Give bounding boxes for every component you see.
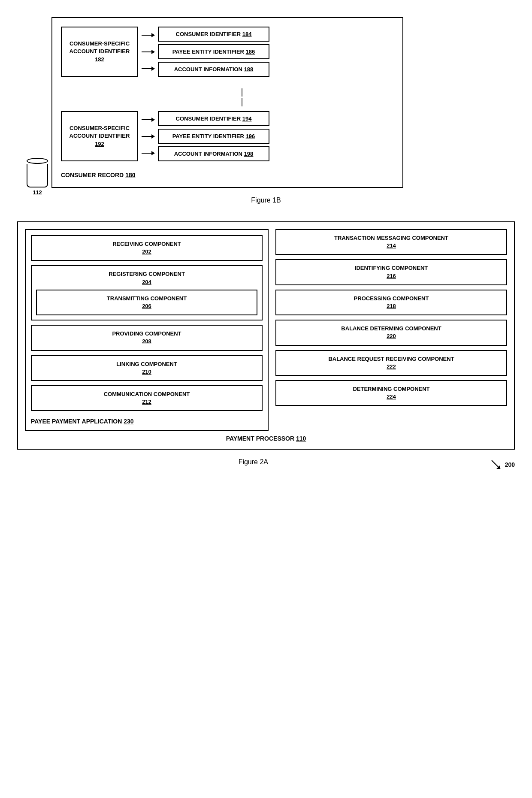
processing-component-218: PROCESSING COMPONENT 218	[275, 290, 507, 315]
providing-component-208: PROVIDING COMPONENT 208	[31, 325, 263, 351]
account-information-188-label: ACCOUNT INFORMATION 188	[174, 66, 254, 73]
consumer-identifier-184-label: CONSUMER IDENTIFIER 184	[176, 31, 252, 37]
balance-request-receiving-222: BALANCE REQUEST RECEIVING COMPONENT 222	[275, 350, 507, 376]
consumer-identifier-194-label: CONSUMER IDENTIFIER 194	[176, 115, 252, 122]
pp-left-column: RECEIVING COMPONENT 202 REGISTERING COMP…	[25, 229, 269, 431]
balance-determing-num: 220	[280, 332, 503, 340]
processing-component-num: 218	[280, 302, 503, 310]
linking-component-label: LINKING COMPONENT	[35, 360, 258, 368]
consumer-identifier-194-num: 194	[242, 115, 252, 122]
db-body	[27, 164, 48, 187]
transmitting-num: 206	[40, 302, 253, 310]
consumer-record-box: CONSUMER-SPECIFIC ACCOUNT IDENTIFIER 182…	[51, 17, 403, 188]
arrow-group-2	[138, 111, 158, 161]
cr-row-1: CONSUMER-SPECIFIC ACCOUNT IDENTIFIER 182…	[61, 27, 394, 77]
identifying-component-label: IDENTIFYING COMPONENT	[280, 264, 503, 272]
account-id-num-2: 192	[95, 140, 104, 148]
determining-component-224: DETERMINING COMPONENT 224	[275, 380, 507, 406]
cr-row-2: CONSUMER-SPECIFIC ACCOUNT IDENTIFIER 192…	[61, 111, 394, 161]
account-id-box-1: CONSUMER-SPECIFIC ACCOUNT IDENTIFIER 182	[61, 27, 138, 77]
pp-inner: RECEIVING COMPONENT 202 REGISTERING COMP…	[25, 229, 507, 431]
payee-payment-application-label: PAYEE PAYMENT APPLICATION 230	[31, 418, 263, 425]
consumer-identifier-184-num: 184	[242, 31, 252, 37]
figure-1b: CONSUMER-SPECIFIC ACCOUNT IDENTIFIER 182…	[17, 17, 515, 204]
sub-items-2: CONSUMER IDENTIFIER 194 PAYEE ENTITY IDE…	[158, 111, 269, 161]
account-id-label-2: CONSUMER-SPECIFIC ACCOUNT IDENTIFIER	[68, 124, 131, 140]
payee-entity-identifier-196-num: 196	[246, 133, 255, 139]
communication-component-num: 212	[35, 398, 258, 406]
account-id-label-1: CONSUMER-SPECIFIC ACCOUNT IDENTIFIER	[68, 40, 131, 55]
figure-2a: RECEIVING COMPONENT 202 REGISTERING COMP…	[17, 221, 515, 471]
payee-entity-identifier-196: PAYEE ENTITY IDENTIFIER 196	[158, 129, 269, 144]
balance-determing-component-220: BALANCE DETERMING COMPONENT 220	[275, 320, 507, 345]
determining-component-label: DETERMINING COMPONENT	[280, 385, 503, 393]
dashed-divider: ||	[91, 87, 394, 107]
consumer-record-text: CONSUMER RECORD	[61, 172, 124, 178]
account-information-198-num: 198	[244, 151, 254, 157]
identifying-component-num: 216	[280, 272, 503, 280]
consumer-record-label: CONSUMER RECORD 180	[61, 172, 394, 178]
arrow-line-1a	[142, 35, 154, 36]
figure-2a-caption-row: Figure 2A 200	[17, 458, 515, 471]
payee-entity-identifier-196-label: PAYEE ENTITY IDENTIFIER 196	[172, 133, 255, 139]
consumer-record-num: 180	[125, 172, 135, 178]
payee-entity-identifier-186: PAYEE ENTITY IDENTIFIER 186	[158, 44, 269, 59]
receiving-component-202: RECEIVING COMPONENT 202	[31, 235, 263, 261]
sub-items-1: CONSUMER IDENTIFIER 184 PAYEE ENTITY IDE…	[158, 27, 269, 77]
account-information-198: ACCOUNT INFORMATION 198	[158, 146, 269, 161]
transaction-messaging-label: TRANSACTION MESSAGING COMPONENT	[280, 234, 503, 242]
arrow-line-1c	[142, 68, 154, 69]
payment-processor-label: PAYMENT PROCESSOR 110	[25, 435, 507, 442]
processing-component-label: PROCESSING COMPONENT	[280, 295, 503, 302]
diagonal-arrow-icon	[490, 458, 502, 471]
providing-component-num: 208	[35, 338, 258, 345]
providing-component-label: PROVIDING COMPONENT	[35, 330, 258, 338]
transmitting-component-206: TRANSMITTING COMPONENT 206	[36, 290, 257, 315]
transaction-messaging-num: 214	[280, 242, 503, 250]
account-information-188: ACCOUNT INFORMATION 188	[158, 62, 269, 77]
identifying-component-216: IDENTIFYING COMPONENT 216	[275, 259, 507, 285]
payee-entity-identifier-186-num: 186	[246, 48, 255, 55]
pp-right-column: TRANSACTION MESSAGING COMPONENT 214 IDEN…	[275, 229, 507, 431]
account-id-num-1: 182	[95, 56, 104, 63]
consumer-identifier-184: CONSUMER IDENTIFIER 184	[158, 27, 269, 42]
arrow-group-1	[138, 27, 158, 77]
figure-1b-caption: Figure 1B	[17, 196, 515, 204]
figure-2a-num: 200	[490, 458, 515, 471]
communication-component-label: COMMUNICATION COMPONENT	[35, 390, 258, 398]
communication-component-212: COMMUNICATION COMPONENT 212	[31, 385, 263, 411]
payment-processor-num: 110	[296, 435, 306, 442]
registering-component-label-text: REGISTERING COMPONENT204	[36, 270, 257, 286]
receiving-component-label: RECEIVING COMPONENT	[35, 240, 258, 248]
arrow-line-1b	[142, 51, 154, 52]
db-top	[27, 158, 48, 164]
transmitting-label: TRANSMITTING COMPONENT	[40, 295, 253, 302]
receiving-component-num: 202	[35, 248, 258, 256]
transaction-messaging-component-214: TRANSACTION MESSAGING COMPONENT 214	[275, 229, 507, 255]
account-id-box-2: CONSUMER-SPECIFIC ACCOUNT IDENTIFIER 192	[61, 111, 138, 161]
payee-payment-num: 230	[124, 418, 133, 425]
determining-component-num: 224	[280, 393, 503, 401]
db-label: 112	[33, 189, 42, 196]
figure-2a-caption-text: Figure 2A	[17, 458, 490, 466]
account-information-198-label: ACCOUNT INFORMATION 198	[174, 151, 254, 157]
consumer-identifier-194: CONSUMER IDENTIFIER 194	[158, 111, 269, 126]
arrow-line-2b	[142, 136, 154, 137]
linking-component-210: LINKING COMPONENT 210	[31, 355, 263, 381]
balance-determing-label: BALANCE DETERMING COMPONENT	[280, 325, 503, 332]
arrow-line-2a	[142, 119, 154, 120]
registering-num: 204	[142, 279, 151, 285]
balance-request-label: BALANCE REQUEST RECEIVING COMPONENT	[280, 355, 503, 363]
balance-request-num: 222	[280, 363, 503, 371]
account-information-188-num: 188	[244, 66, 254, 73]
payment-processor-box: RECEIVING COMPONENT 202 REGISTERING COMP…	[17, 221, 515, 450]
registering-outer: REGISTERING COMPONENT204 TRANSMITTING CO…	[31, 265, 263, 320]
database-icon: 112	[27, 158, 48, 196]
arrow-line-2c	[142, 153, 154, 154]
fig2a-number: 200	[505, 461, 515, 468]
linking-component-num: 210	[35, 368, 258, 376]
payee-entity-identifier-186-label: PAYEE ENTITY IDENTIFIER 186	[172, 48, 255, 55]
